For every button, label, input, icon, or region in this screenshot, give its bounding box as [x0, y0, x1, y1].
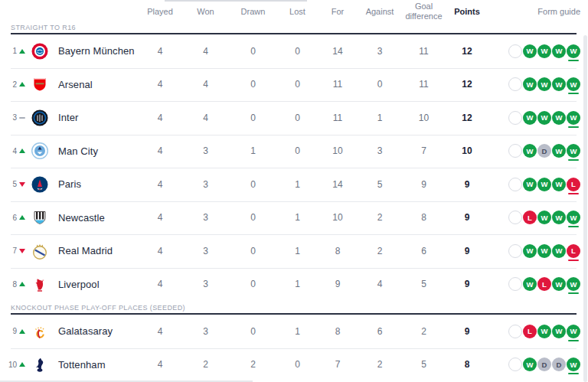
- form-result-w: W: [523, 178, 537, 191]
- stat-against: 5: [358, 179, 402, 190]
- stat-against: 6: [358, 326, 402, 337]
- stat-for: 8: [318, 246, 358, 256]
- form-guide: WWWW: [488, 77, 588, 91]
- column-header-drawn: Drawn: [229, 7, 277, 17]
- form-result-l: L: [567, 244, 580, 258]
- standings-table: PlayedWonDrawnLostForAgainstGoal differe…: [0, 0, 588, 382]
- form-result-w: W: [567, 111, 580, 125]
- team-name[interactable]: Bayern München: [52, 45, 138, 57]
- stat-played: 4: [138, 359, 182, 370]
- team-row[interactable]: 2Arsenal44001101112WWWW: [0, 68, 588, 102]
- stat-against: 4: [358, 279, 402, 289]
- rank-up-icon: [19, 282, 25, 286]
- stat-against: 2: [358, 212, 402, 223]
- team-name[interactable]: Tottenham: [52, 359, 138, 371]
- form-result-w: W: [537, 44, 551, 58]
- form-guide: WDDW: [488, 358, 588, 371]
- section-label: KNOCKOUT PHASE PLAY-OFF PLACES (SEEDED): [0, 304, 185, 315]
- stat-won: 4: [182, 46, 229, 57]
- team-name[interactable]: Arsenal: [52, 79, 138, 90]
- team-row[interactable]: 10Tottenham42207258WDDW: [0, 348, 588, 382]
- team-name[interactable]: Newcastle: [52, 212, 138, 224]
- rank-number: 5: [6, 180, 17, 188]
- stat-points: 8: [446, 359, 488, 370]
- team-name[interactable]: Paris: [52, 178, 138, 190]
- stat-gd: 11: [402, 46, 446, 57]
- team-row[interactable]: 6Newcastle430110289LWWW: [0, 201, 588, 235]
- stat-lost: 1: [277, 326, 318, 337]
- stat-won: 3: [182, 145, 229, 156]
- stat-gd: 5: [402, 359, 446, 370]
- team-name[interactable]: Galatasaray: [52, 325, 138, 337]
- rank-up-icon: [19, 149, 25, 153]
- team-row[interactable]: 3Inter44001111012WWWW: [0, 101, 588, 135]
- stat-points: 12: [446, 46, 488, 57]
- stat-drawn: 0: [229, 326, 277, 337]
- stat-points: 9: [446, 212, 488, 223]
- form-guide: WWWW: [488, 111, 588, 125]
- form-empty-slot: [508, 111, 522, 125]
- form-result-w: W: [523, 244, 537, 258]
- rank-up-icon: [19, 215, 25, 220]
- stat-drawn: 0: [229, 279, 277, 289]
- team-row[interactable]: 1Bayern München44001431112WWWW: [0, 34, 588, 68]
- stat-drawn: 0: [229, 79, 277, 90]
- form-guide: WWWL: [488, 178, 588, 191]
- rank-up-icon: [19, 49, 25, 54]
- stat-gd: 11: [402, 79, 446, 90]
- form-result-d: D: [537, 358, 551, 371]
- team-name[interactable]: Liverpool: [52, 279, 138, 290]
- stat-drawn: 1: [229, 145, 277, 156]
- man-city-badge: [31, 142, 48, 159]
- column-header-won: Won: [182, 7, 229, 17]
- rank-number: 9: [6, 327, 17, 335]
- form-empty-slot: [508, 244, 522, 258]
- stat-won: 4: [182, 113, 229, 123]
- rank-number: 4: [6, 147, 17, 155]
- stat-gd: 9: [402, 179, 446, 190]
- stat-lost: 1: [277, 212, 318, 223]
- stat-points: 9: [446, 179, 488, 190]
- rank-number: 2: [6, 80, 17, 89]
- form-result-w: W: [567, 77, 580, 91]
- stat-for: 8: [318, 326, 358, 337]
- team-name[interactable]: Real Madrid: [52, 245, 138, 256]
- stat-lost: 0: [277, 79, 318, 90]
- form-result-w: W: [567, 211, 580, 224]
- column-header-lost: Lost: [277, 7, 318, 17]
- form-result-w: W: [537, 111, 551, 125]
- stat-played: 4: [138, 113, 182, 123]
- team-name[interactable]: Inter: [52, 112, 138, 123]
- team-row[interactable]: 8Liverpool43019459WLWW: [0, 268, 588, 302]
- column-header-gd: Goal difference: [402, 2, 446, 21]
- stat-for: 11: [318, 79, 358, 90]
- form-result-w: W: [552, 44, 566, 58]
- team-row[interactable]: 7Real Madrid43018269WWWL: [0, 234, 588, 268]
- stat-won: 3: [182, 212, 229, 223]
- stat-played: 4: [138, 179, 182, 190]
- column-header-form: Form guide: [488, 7, 588, 17]
- bayern-badge: [31, 43, 48, 60]
- form-result-w: W: [567, 325, 580, 338]
- stat-gd: 10: [402, 113, 446, 123]
- form-result-w: W: [567, 358, 580, 371]
- team-row[interactable]: 9Galatasaray43018629LWWW: [0, 315, 588, 348]
- rank-down-icon: [19, 182, 25, 187]
- column-header-against: Against: [358, 7, 402, 17]
- team-row[interactable]: 4Man City4310103710WDWW: [0, 135, 588, 168]
- stat-played: 4: [138, 212, 182, 223]
- stat-gd: 6: [402, 246, 446, 256]
- rank-number: 6: [6, 214, 17, 222]
- stat-against: 3: [358, 46, 402, 57]
- team-row[interactable]: 5Paris430114599WWWL: [0, 168, 588, 201]
- rank-number: 7: [6, 247, 17, 255]
- form-result-w: W: [552, 77, 566, 91]
- stat-drawn: 0: [229, 179, 277, 190]
- real-madrid-badge: [31, 243, 48, 260]
- stat-points: 10: [446, 145, 488, 156]
- liverpool-badge: [31, 276, 48, 292]
- team-name[interactable]: Man City: [52, 145, 138, 157]
- scrollbar[interactable]: [583, 35, 587, 382]
- stat-lost: 1: [277, 279, 318, 289]
- form-result-w: W: [567, 44, 580, 58]
